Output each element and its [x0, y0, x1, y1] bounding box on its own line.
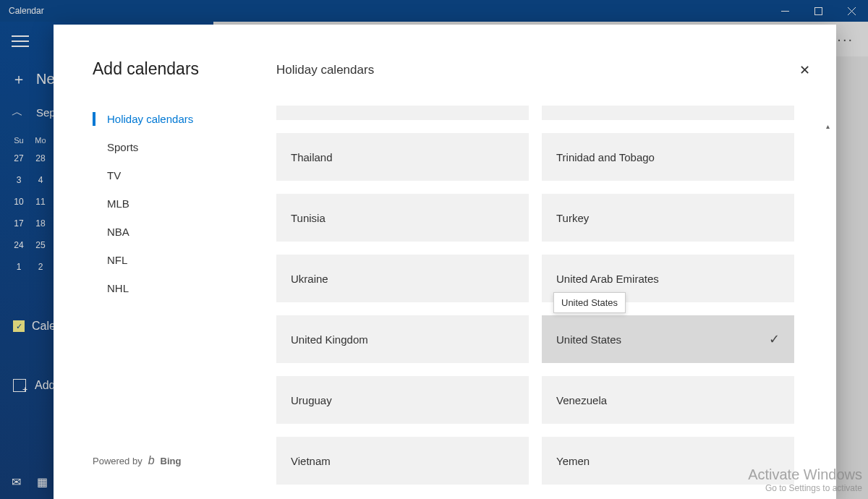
- holiday-card-uruguay[interactable]: Uruguay: [276, 376, 529, 424]
- holiday-card[interactable]: [542, 106, 794, 120]
- holiday-card-venezuela[interactable]: Venezuela: [542, 376, 794, 424]
- holiday-card-thailand[interactable]: Thailand: [276, 133, 529, 181]
- nav-item-tv[interactable]: TV: [93, 161, 276, 189]
- nav-item-nhl[interactable]: NHL: [93, 274, 276, 302]
- nav-item-nfl[interactable]: NFL: [93, 246, 276, 274]
- holiday-card-ukraine[interactable]: Ukraine: [276, 255, 529, 302]
- add-calendars-modal: Add calendars Holiday calendars Sports T…: [54, 25, 836, 499]
- close-modal-button[interactable]: ✕: [793, 59, 816, 81]
- tooltip: United States: [553, 292, 626, 313]
- holiday-card-trinidad-and-tobago[interactable]: Trinidad and Tobago: [542, 133, 794, 181]
- modal-title: Add calendars: [93, 59, 276, 79]
- holiday-card[interactable]: [276, 106, 529, 120]
- modal-subtitle: Holiday calendars: [276, 63, 374, 77]
- bing-logo-icon: b: [148, 454, 155, 467]
- holiday-card-united-kingdom[interactable]: United Kingdom: [276, 315, 529, 363]
- nav-item-mlb[interactable]: MLB: [93, 189, 276, 218]
- holiday-card-vietnam[interactable]: Vietnam: [276, 437, 529, 485]
- nav-item-sports[interactable]: Sports: [93, 133, 276, 161]
- holiday-calendar-grid: Thailand Trinidad and Tobago Tunisia Tur…: [276, 106, 816, 499]
- holiday-card-united-states[interactable]: United States ✓ United States: [542, 315, 794, 363]
- windows-activation-watermark: Activate Windows Go to Settings to activ…: [748, 466, 862, 493]
- modal-nav: Holiday calendars Sports TV MLB NBA NFL …: [93, 105, 276, 302]
- nav-item-holiday-calendars[interactable]: Holiday calendars: [93, 105, 276, 133]
- holiday-card-tunisia[interactable]: Tunisia: [276, 194, 529, 242]
- modal-sidebar: Add calendars Holiday calendars Sports T…: [54, 25, 276, 499]
- scrollbar[interactable]: ▴: [822, 120, 833, 499]
- scroll-up-arrow-icon[interactable]: ▴: [822, 120, 833, 132]
- holiday-card-turkey[interactable]: Turkey: [542, 194, 794, 242]
- nav-item-nba[interactable]: NBA: [93, 218, 276, 246]
- checkmark-icon: ✓: [769, 331, 780, 347]
- powered-by-label: Powered by b Bing: [93, 454, 276, 482]
- modal-content: Holiday calendars ✕ Thailand Trinidad an…: [276, 25, 836, 499]
